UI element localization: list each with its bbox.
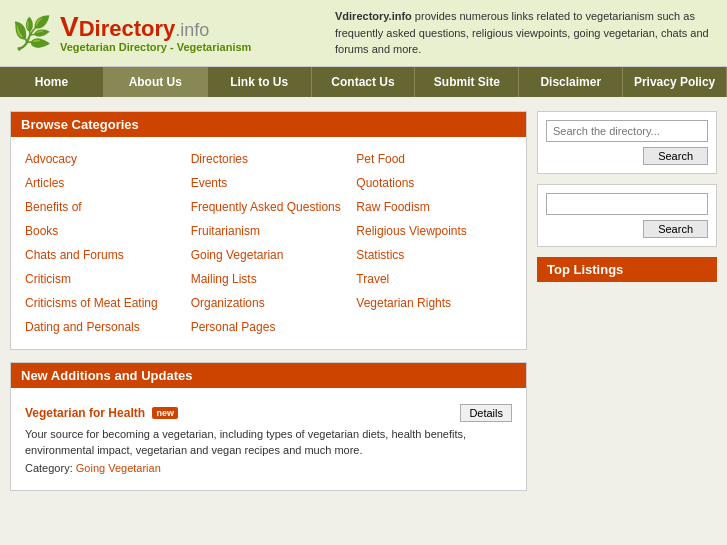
main-content: Browse Categories Advocacy Articles Bene… bbox=[0, 97, 727, 517]
new-badge: new bbox=[152, 407, 178, 419]
cat-directories[interactable]: Directories bbox=[191, 147, 347, 171]
browse-categories-body: Advocacy Articles Benefits of Books Chat… bbox=[11, 137, 526, 349]
nav-item-home[interactable]: Home bbox=[0, 67, 104, 97]
cat-travel[interactable]: Travel bbox=[356, 267, 512, 291]
cat-personal-pages[interactable]: Personal Pages bbox=[191, 315, 347, 339]
cat-dating[interactable]: Dating and Personals bbox=[25, 315, 181, 339]
cat-books[interactable]: Books bbox=[25, 219, 181, 243]
search-input-1[interactable] bbox=[546, 120, 708, 142]
header-desc-bold: Vdirectory.info bbox=[335, 10, 412, 22]
cat-events[interactable]: Events bbox=[191, 171, 347, 195]
category-label: Category: bbox=[25, 462, 73, 474]
logo-icon: 🌿 bbox=[12, 14, 52, 52]
cat-mailing-lists[interactable]: Mailing Lists bbox=[191, 267, 347, 291]
cat-going-vegetarian[interactable]: Going Vegetarian bbox=[191, 243, 347, 267]
nav-item-about[interactable]: About Us bbox=[104, 67, 208, 97]
cat-fruitarianism[interactable]: Fruitarianism bbox=[191, 219, 347, 243]
nav-item-contact[interactable]: Contact Us bbox=[312, 67, 416, 97]
new-additions-box: New Additions and Updates Vegetarian for… bbox=[10, 362, 527, 491]
nav-item-privacy[interactable]: Privacy Policy bbox=[623, 67, 727, 97]
search-box-2: Search bbox=[537, 184, 717, 247]
addition-description: Your source for becoming a vegetarian, i… bbox=[25, 426, 512, 459]
nav-item-submit[interactable]: Submit Site bbox=[415, 67, 519, 97]
addition-title-area: Vegetarian for Health new bbox=[25, 406, 178, 420]
cat-articles[interactable]: Articles bbox=[25, 171, 181, 195]
new-additions-body: Vegetarian for Health new Details Your s… bbox=[11, 388, 526, 490]
browse-categories-header: Browse Categories bbox=[11, 112, 526, 137]
logo-name: VDirectory.info bbox=[60, 13, 251, 41]
logo-text: VDirectory.info Vegetarian Directory - V… bbox=[60, 13, 251, 53]
cat-quotations[interactable]: Quotations bbox=[356, 171, 512, 195]
cat-chats[interactable]: Chats and Forums bbox=[25, 243, 181, 267]
cat-organizations[interactable]: Organizations bbox=[191, 291, 347, 315]
cat-pet-food[interactable]: Pet Food bbox=[356, 147, 512, 171]
header: 🌿 VDirectory.info Vegetarian Directory -… bbox=[0, 0, 727, 67]
details-button[interactable]: Details bbox=[460, 404, 512, 422]
cat-vegetarian-rights[interactable]: Vegetarian Rights bbox=[356, 291, 512, 315]
cat-advocacy[interactable]: Advocacy bbox=[25, 147, 181, 171]
addition-category: Category: Going Vegetarian bbox=[25, 462, 512, 474]
new-additions-header: New Additions and Updates bbox=[11, 363, 526, 388]
cat-statistics[interactable]: Statistics bbox=[356, 243, 512, 267]
cat-benefits[interactable]: Benefits of bbox=[25, 195, 181, 219]
cat-faq[interactable]: Frequently Asked Questions bbox=[191, 195, 347, 219]
categories-grid: Advocacy Articles Benefits of Books Chat… bbox=[25, 147, 512, 339]
cat-religious[interactable]: Religious Viewpoints bbox=[356, 219, 512, 243]
top-listings-header: Top Listings bbox=[537, 257, 717, 282]
cat-col-2: Directories Events Frequently Asked Ques… bbox=[191, 147, 347, 339]
search-button-1[interactable]: Search bbox=[643, 147, 708, 165]
addition-item-header: Vegetarian for Health new Details bbox=[25, 404, 512, 422]
cat-col-1: Advocacy Articles Benefits of Books Chat… bbox=[25, 147, 181, 339]
search-box-1: Search bbox=[537, 111, 717, 174]
search-button-2[interactable]: Search bbox=[643, 220, 708, 238]
left-column: Browse Categories Advocacy Articles Bene… bbox=[10, 111, 527, 503]
header-description: Vdirectory.info provides numerous links … bbox=[335, 8, 715, 58]
cat-col-3: Pet Food Quotations Raw Foodism Religiou… bbox=[356, 147, 512, 339]
nav-item-disclaimer[interactable]: Disclaimer bbox=[519, 67, 623, 97]
nav-item-link-to-us[interactable]: Link to Us bbox=[208, 67, 312, 97]
logo-subtitle: Vegetarian Directory - Vegetarianism bbox=[60, 41, 251, 53]
navigation: Home About Us Link to Us Contact Us Subm… bbox=[0, 67, 727, 97]
cat-raw-foodism[interactable]: Raw Foodism bbox=[356, 195, 512, 219]
addition-title-link[interactable]: Vegetarian for Health bbox=[25, 406, 145, 420]
category-link[interactable]: Going Vegetarian bbox=[76, 462, 161, 474]
addition-item: Vegetarian for Health new Details Your s… bbox=[25, 398, 512, 480]
cat-criticism[interactable]: Criticism bbox=[25, 267, 181, 291]
browse-categories-box: Browse Categories Advocacy Articles Bene… bbox=[10, 111, 527, 350]
cat-criticisms-meat[interactable]: Criticisms of Meat Eating bbox=[25, 291, 181, 315]
right-column: Search Search Top Listings bbox=[537, 111, 717, 503]
logo-area: 🌿 VDirectory.info Vegetarian Directory -… bbox=[12, 13, 251, 53]
search-input-2[interactable] bbox=[546, 193, 708, 215]
